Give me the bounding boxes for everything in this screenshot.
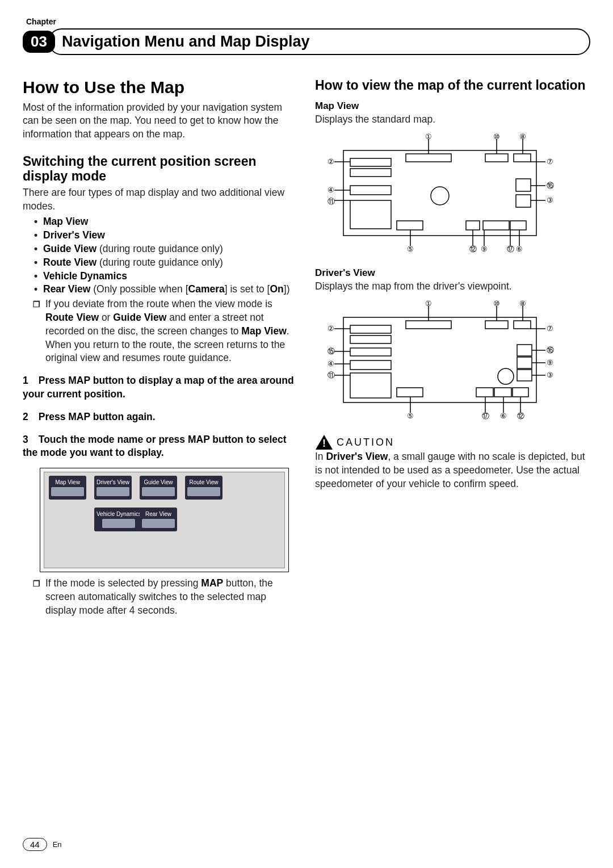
list-item: Route View (during route guidance only) — [34, 256, 298, 270]
mode-selection-figure: Map View Driver's View Guide View Route … — [40, 468, 289, 572]
svg-text:⑥: ⑥ — [516, 245, 523, 253]
svg-text:⑧: ⑧ — [519, 300, 526, 308]
svg-point-6 — [431, 187, 449, 205]
svg-rect-54 — [517, 370, 532, 381]
svg-rect-5 — [406, 154, 451, 162]
mode-button: Guide View — [140, 476, 177, 500]
svg-rect-7 — [485, 154, 508, 162]
mode-button: Vehicle Dynamics — [94, 508, 144, 531]
svg-rect-58 — [513, 388, 528, 397]
list-item: Guide View (during route guidance only) — [34, 242, 298, 256]
svg-text:②: ② — [328, 324, 334, 333]
list-item: Rear View (Only possible when [Camera] i… — [34, 283, 298, 296]
svg-rect-57 — [494, 388, 511, 397]
svg-text:⑯: ⑯ — [547, 181, 554, 190]
chapter-title-container: Navigation Menu and Map Display — [48, 28, 590, 55]
svg-rect-53 — [517, 357, 532, 368]
svg-text:④: ④ — [328, 186, 334, 194]
svg-text:⑯: ⑯ — [547, 346, 554, 354]
drivers-view-diagram: ①⑩⑧ ②⑮④⑪ ⑦⑯⑨③ ⑤⑰⑥⑫ — [315, 300, 559, 420]
svg-rect-8 — [514, 154, 531, 162]
map-view-diagram: ①⑩⑧ ②④⑪ ⑦⑯③ ⑤⑫⑨⑰⑥ — [315, 133, 559, 253]
svg-rect-9 — [516, 179, 531, 191]
svg-text:⑩: ⑩ — [493, 300, 500, 308]
drivers-view-heading: Driver's View — [315, 267, 590, 279]
note-item: If you deviate from the route when the v… — [34, 297, 298, 365]
list-item: Vehicle Dynamics — [34, 270, 298, 283]
svg-text:⑧: ⑧ — [519, 133, 526, 141]
svg-rect-45 — [350, 336, 391, 343]
svg-rect-46 — [350, 348, 391, 356]
svg-text:⑫: ⑫ — [469, 245, 477, 253]
svg-rect-50 — [485, 321, 508, 329]
svg-rect-1 — [350, 158, 391, 166]
svg-text:⑪: ⑪ — [328, 371, 335, 379]
svg-text:⑪: ⑪ — [328, 197, 335, 206]
mode-button: Driver's View — [94, 476, 132, 500]
map-view-text: Displays the standard map. — [315, 113, 590, 127]
mode-button: Route View — [185, 476, 222, 500]
view-mode-list: Map View Driver's View Guide View (durin… — [23, 215, 298, 296]
chapter-title: Navigation Menu and Map Display — [62, 33, 310, 51]
svg-rect-56 — [476, 388, 493, 397]
language-label: En — [53, 840, 62, 849]
svg-rect-47 — [350, 360, 391, 370]
svg-rect-44 — [350, 325, 391, 333]
svg-rect-3 — [350, 186, 391, 195]
svg-rect-0 — [343, 150, 536, 236]
intro-text: Most of the information provided by your… — [23, 101, 298, 141]
svg-text:③: ③ — [547, 371, 553, 379]
section-title: How to Use the Map — [23, 78, 298, 98]
mode-button: Rear View — [140, 508, 177, 531]
caution-label: CAUTION — [337, 437, 394, 448]
svg-text:⑩: ⑩ — [493, 133, 500, 141]
svg-text:⑥: ⑥ — [500, 412, 507, 420]
step-1: 1 Press MAP button to display a map of t… — [23, 374, 298, 401]
caution-row: ! CAUTION — [315, 434, 590, 450]
svg-rect-14 — [397, 221, 423, 230]
svg-text:⑮: ⑮ — [328, 347, 335, 355]
svg-rect-4 — [350, 200, 391, 229]
note-list: If you deviate from the route when the v… — [23, 297, 298, 365]
svg-text:④: ④ — [328, 359, 334, 368]
svg-rect-2 — [350, 169, 391, 177]
map-view-heading: Map View — [315, 100, 590, 112]
svg-text:①: ① — [425, 133, 432, 141]
svg-text:⑨: ⑨ — [481, 245, 488, 253]
subsection-title: Switching the current position screen di… — [23, 154, 298, 184]
svg-rect-49 — [406, 321, 451, 329]
svg-text:⑦: ⑦ — [547, 324, 553, 333]
page-footer: 44 En — [23, 838, 62, 851]
subsection-title: How to view the map of the current locat… — [315, 78, 590, 93]
note-list: If the mode is selected by pressing MAP … — [23, 577, 298, 617]
svg-rect-59 — [397, 388, 423, 397]
svg-point-55 — [498, 368, 514, 384]
subsection-text: There are four types of map display and … — [23, 186, 298, 213]
step-3: 3 Touch the mode name or press MAP butto… — [23, 433, 298, 460]
svg-text:①: ① — [425, 300, 432, 308]
svg-rect-51 — [514, 321, 531, 329]
drivers-view-text: Displays the map from the driver's viewp… — [315, 280, 590, 293]
svg-text:②: ② — [328, 157, 334, 166]
mode-button: Map View — [49, 476, 86, 500]
chapter-label: Chapter — [23, 17, 590, 26]
svg-rect-43 — [343, 317, 536, 402]
caution-icon: ! — [315, 434, 333, 450]
svg-rect-13 — [510, 221, 526, 230]
svg-rect-48 — [350, 373, 391, 398]
list-item: Driver's View — [34, 229, 298, 242]
svg-rect-52 — [517, 345, 532, 356]
svg-text:⑰: ⑰ — [482, 412, 489, 420]
note-item: If the mode is selected by pressing MAP … — [34, 577, 298, 617]
svg-rect-11 — [466, 221, 480, 230]
svg-text:⑫: ⑫ — [517, 412, 524, 420]
step-2: 2 Press MAP button again. — [23, 410, 298, 424]
svg-text:③: ③ — [547, 196, 553, 204]
svg-rect-10 — [516, 195, 531, 207]
svg-rect-12 — [483, 221, 509, 230]
right-column: How to view the map of the current locat… — [315, 78, 590, 618]
svg-text:⑤: ⑤ — [407, 245, 414, 253]
left-column: How to Use the Map Most of the informati… — [23, 78, 298, 618]
svg-text:⑦: ⑦ — [547, 157, 553, 166]
chapter-header: 03 Navigation Menu and Map Display — [23, 28, 590, 55]
